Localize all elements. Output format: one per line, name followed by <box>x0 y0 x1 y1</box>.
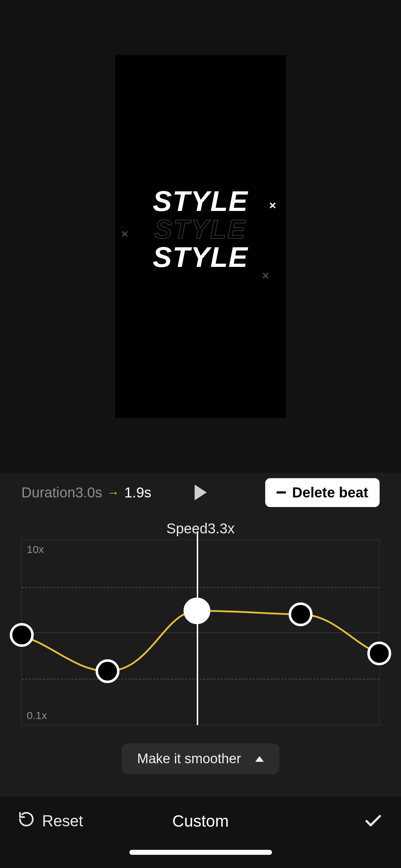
sparkle-icon: ✕ <box>262 271 269 281</box>
bottom-action-bar: Reset Custom <box>0 796 401 846</box>
preview-text-line-3: STYLE <box>153 243 248 272</box>
reset-icon <box>18 811 35 831</box>
curve-point-1[interactable] <box>11 624 32 646</box>
speed-mode-label: Custom <box>172 811 228 831</box>
delete-beat-label: Delete beat <box>292 485 368 501</box>
duration-new-value: 1.9s <box>124 485 151 501</box>
video-preview-canvas[interactable]: STYLE STYLE STYLE ✕ ✕ ✕ <box>115 55 286 418</box>
speed-curve-graph[interactable]: 10x 0.1x <box>21 539 380 725</box>
make-smoother-label: Make it smoother <box>137 751 241 766</box>
home-indicator[interactable] <box>129 850 272 855</box>
delete-beat-button[interactable]: Delete beat <box>265 478 380 507</box>
speed-indicator: Speed3.3x <box>0 512 401 539</box>
minus-icon <box>277 491 286 494</box>
video-preview-area: STYLE STYLE STYLE ✕ ✕ ✕ <box>0 0 401 473</box>
sparkle-icon: ✕ <box>121 229 129 239</box>
playback-controls-row: Duration3.0s → 1.9s Delete beat <box>0 473 401 512</box>
curve-point-active[interactable] <box>185 599 209 623</box>
reset-button[interactable]: Reset <box>18 811 83 831</box>
smoother-row: Make it smoother <box>0 725 401 796</box>
duration-display: Duration3.0s → 1.9s <box>21 485 151 501</box>
curve-point-2[interactable] <box>97 661 118 682</box>
arrow-right-icon: → <box>107 486 119 500</box>
preview-text-effect: STYLE STYLE STYLE ✕ ✕ ✕ <box>153 187 248 272</box>
speed-label-text: Speed3.3x <box>166 521 235 536</box>
preview-text-line-2: STYLE <box>154 216 246 243</box>
curve-point-4[interactable] <box>290 604 311 625</box>
play-button[interactable] <box>195 485 207 500</box>
home-indicator-area <box>0 846 401 868</box>
sparkle-icon: ✕ <box>269 201 277 211</box>
reset-label: Reset <box>42 812 83 830</box>
confirm-button[interactable] <box>363 810 383 832</box>
preview-text-line-1: STYLE <box>153 187 248 216</box>
curve-point-5[interactable] <box>369 643 390 664</box>
speed-curve-editor[interactable]: 10x 0.1x <box>0 539 401 725</box>
speed-curve-svg <box>22 540 379 725</box>
play-icon <box>195 485 207 500</box>
check-icon <box>363 810 383 830</box>
caret-up-icon <box>255 756 264 762</box>
duration-label: Duration3.0s <box>21 485 102 501</box>
make-smoother-button[interactable]: Make it smoother <box>122 743 279 774</box>
